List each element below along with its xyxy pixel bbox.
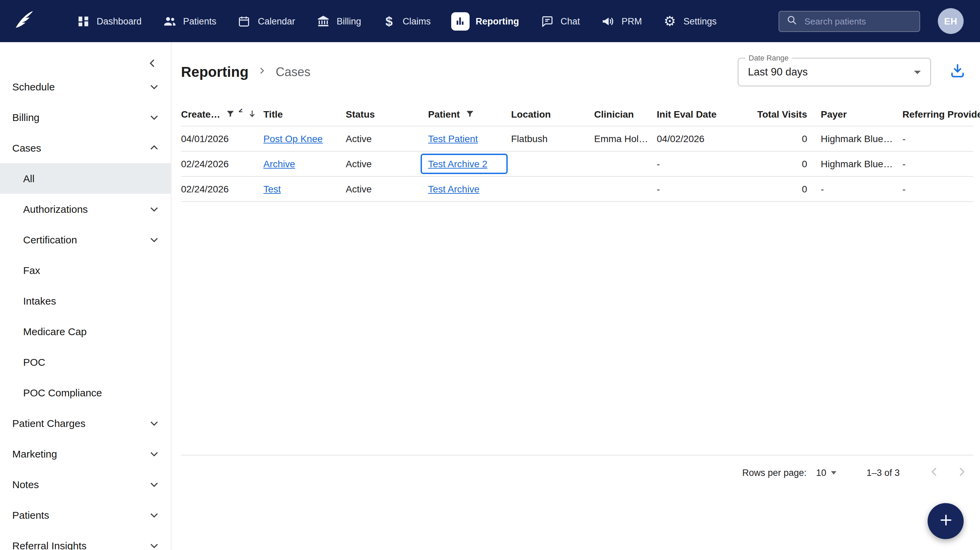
sidebar-item-intakes[interactable]: Intakes [0, 285, 171, 316]
nav-item-calendar[interactable]: Calendar [227, 0, 305, 42]
sidebar-item-notes[interactable]: Notes [0, 469, 171, 500]
next-page-button[interactable] [953, 464, 970, 482]
cell-status: Active [346, 133, 428, 144]
sidebar-item-certification[interactable]: Certification [0, 224, 171, 255]
nav-item-patients[interactable]: Patients [152, 0, 227, 42]
column-header-init-eval-date[interactable]: Init Eval Date [657, 108, 738, 119]
dropdown-arrow-icon [831, 471, 837, 474]
calendar-icon [237, 14, 252, 29]
logo-icon [12, 8, 35, 34]
column-header-total-visits[interactable]: Total Visits [738, 108, 821, 119]
sidebar-item-label: Intakes [23, 295, 56, 307]
page-header: Reporting Cases Date Range Last 90 days [181, 42, 973, 102]
nav-item-chat[interactable]: Chat [529, 0, 590, 42]
sidebar-item-billing[interactable]: Billing [0, 102, 171, 133]
sidebar-item-patient-charges[interactable]: Patient Charges [0, 408, 171, 439]
cell-title: Archive [263, 159, 346, 169]
patient-link[interactable]: Test Archive [428, 184, 479, 195]
previous-page-button[interactable] [926, 464, 943, 482]
sidebar-item-label: Referral Insights [12, 540, 86, 550]
chevron-right-icon [954, 464, 969, 481]
sidebar-item-cases[interactable]: Cases [0, 133, 171, 163]
column-header-patient[interactable]: Patient [428, 108, 511, 119]
patient-link[interactable]: Test Archive 2 [428, 159, 487, 169]
megaphone-icon [600, 14, 615, 29]
export-download-button[interactable] [947, 62, 968, 82]
chevron-down-icon [146, 507, 161, 523]
cell-total-visits: 0 [738, 184, 821, 195]
sidebar-item-medicare-cap[interactable]: Medicare Cap [0, 316, 171, 347]
date-range-select[interactable]: Date Range Last 90 days [738, 58, 931, 86]
table-row: 02/24/2026 Archive Active Test Archive 2… [181, 152, 973, 177]
chevron-down-icon [146, 232, 161, 247]
plus-icon [937, 512, 954, 531]
header-actions: Date Range Last 90 days [738, 58, 973, 86]
nav-item-dashboard[interactable]: Dashboard [65, 0, 152, 42]
case-title-link[interactable]: Post Op Knee [263, 133, 323, 144]
chevron-left-icon [927, 464, 942, 481]
billing-icon [315, 14, 331, 29]
sidebar-item-poc-compliance[interactable]: POC Compliance [0, 377, 171, 408]
sidebar-item-referral-insights[interactable]: Referral Insights [0, 530, 171, 550]
nav-label: Dashboard [97, 16, 142, 26]
patient-link[interactable]: Test Patient [428, 133, 478, 144]
nav-item-reporting[interactable]: Reporting [441, 0, 530, 42]
pagination-range: 1–3 of 3 [866, 468, 900, 478]
avatar[interactable]: EH [938, 8, 964, 34]
case-title-link[interactable]: Archive [263, 159, 295, 169]
pagination-bar: Rows per page: 10 1–3 of 3 [181, 455, 973, 490]
sidebar-item-label: All [23, 173, 34, 184]
cell-created: 02/24/2026 [181, 184, 263, 195]
cell-location: Flatbush [511, 133, 594, 144]
rows-per-page-select[interactable]: 10 [816, 468, 837, 478]
sidebar-item-label: Certification [23, 234, 77, 246]
patient-search[interactable] [778, 11, 920, 32]
sidebar-item-marketing[interactable]: Marketing [0, 439, 171, 469]
chevron-down-icon [146, 110, 161, 125]
column-header-payer[interactable]: Payer [821, 108, 902, 119]
sidebar-item-schedule[interactable]: Schedule [0, 71, 171, 102]
column-header-title[interactable]: Title [263, 108, 346, 119]
column-header-clinician[interactable]: Clinician [594, 108, 657, 119]
cell-title: Post Op Knee [263, 133, 346, 144]
dashboard-icon [76, 14, 91, 29]
sidebar-item-label: POC Compliance [23, 387, 102, 398]
sidebar-item-label: Schedule [12, 81, 55, 92]
patients-icon [162, 14, 177, 29]
claims-icon: $ [382, 14, 396, 29]
nav-item-claims[interactable]: $ Claims [371, 0, 441, 42]
reporting-icon [451, 12, 469, 30]
primary-nav: Dashboard Patients Calendar Billing [65, 0, 727, 42]
nav-item-settings[interactable]: ⚙ Settings [652, 0, 727, 42]
column-header-created[interactable]: Create… 2 [181, 108, 263, 119]
dropdown-arrow-icon [914, 70, 921, 74]
sort-desc-icon[interactable] [247, 109, 258, 119]
column-header-location[interactable]: Location [511, 108, 594, 119]
app-logo[interactable] [10, 7, 38, 35]
cell-total-visits: 0 [738, 159, 821, 169]
date-range-value: Last 90 days [748, 66, 808, 78]
nav-label: PRM [621, 16, 642, 26]
filter-icon[interactable] [465, 109, 475, 119]
sidebar: Schedule Billing Cases All Authorization… [0, 42, 172, 550]
sidebar-collapse-button[interactable] [143, 54, 161, 72]
sidebar-item-poc[interactable]: POC [0, 347, 171, 377]
sidebar-item-label: Billing [12, 111, 40, 123]
column-header-status[interactable]: Status [346, 108, 428, 119]
sidebar-item-all[interactable]: All [0, 163, 171, 194]
chevron-down-icon [146, 538, 161, 550]
search-input[interactable] [803, 15, 913, 27]
nav-item-billing[interactable]: Billing [305, 0, 371, 42]
cell-patient: Test Archive 2 [428, 154, 511, 174]
add-button[interactable] [928, 503, 964, 539]
table-row: 04/01/2026 Post Op Knee Active Test Pati… [181, 127, 973, 152]
chevron-down-icon [146, 79, 161, 94]
filter-icon[interactable] [225, 109, 235, 119]
sidebar-item-authorizations[interactable]: Authorizations [0, 194, 171, 224]
sidebar-item-patients[interactable]: Patients [0, 500, 171, 530]
sidebar-item-fax[interactable]: Fax [0, 255, 171, 285]
case-title-link[interactable]: Test [263, 184, 281, 195]
nav-item-prm[interactable]: PRM [590, 0, 652, 42]
column-header-referring-provider[interactable]: Referring Provider [902, 108, 980, 119]
cell-total-visits: 0 [738, 133, 821, 144]
